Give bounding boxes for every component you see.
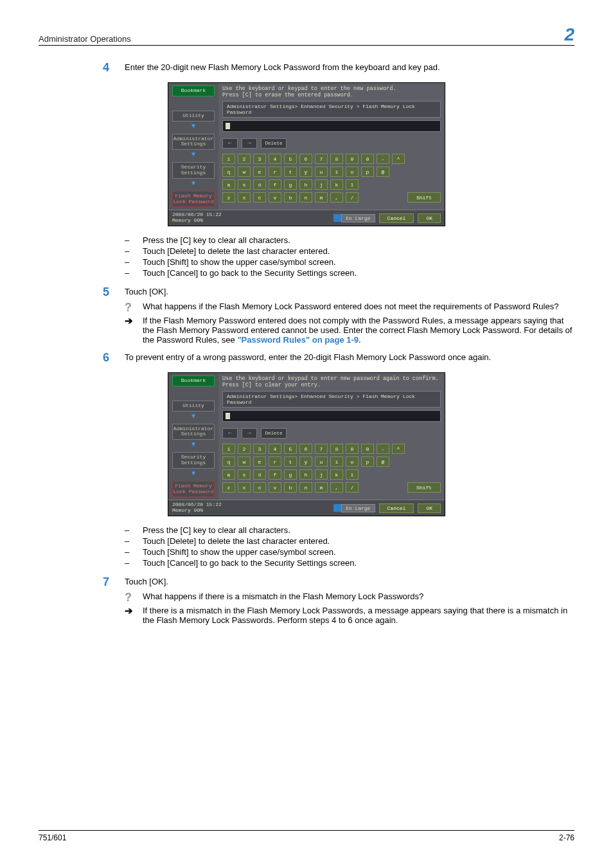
keyboard-key[interactable]: p — [361, 457, 374, 467]
keyboard-key[interactable]: f — [269, 179, 281, 190]
keyboard-key[interactable]: 7 — [315, 444, 328, 454]
keyboard-key[interactable]: k — [330, 469, 343, 480]
keyboard-key[interactable]: w — [238, 457, 251, 467]
keyboard-key[interactable]: m — [315, 482, 328, 493]
keyboard-key[interactable]: j — [315, 179, 328, 190]
keyboard-key[interactable]: d — [253, 469, 266, 480]
arrow-left-button[interactable]: ← — [222, 428, 238, 439]
keyboard-key[interactable]: , — [330, 192, 343, 203]
keyboard-key[interactable]: o — [346, 167, 359, 177]
keyboard-key[interactable]: t — [284, 457, 297, 467]
keyboard-key[interactable]: v — [269, 192, 281, 203]
keyboard-key[interactable]: 8 — [330, 444, 343, 454]
bookmark-button[interactable]: Bookmark — [172, 375, 215, 386]
ok-button[interactable]: OK — [418, 503, 441, 513]
keyboard-key[interactable]: r — [269, 457, 281, 467]
cancel-button[interactable]: Cancel — [379, 503, 414, 513]
keyboard-key[interactable]: 4 — [269, 154, 281, 164]
utility-button[interactable]: Utility — [172, 111, 215, 122]
keyboard-key[interactable]: g — [284, 179, 297, 190]
keyboard-key[interactable]: b — [284, 482, 297, 493]
keyboard-key[interactable]: v — [269, 482, 281, 493]
keyboard-key[interactable]: z — [222, 192, 235, 203]
keyboard-key[interactable]: t — [284, 167, 297, 177]
enlarge-button[interactable]: En Large — [341, 214, 375, 222]
password-rules-link[interactable]: "Password Rules" on page 1-9 — [237, 335, 359, 345]
keyboard-key[interactable]: f — [269, 469, 281, 480]
ok-button[interactable]: OK — [418, 213, 441, 223]
keyboard-key[interactable]: c — [253, 482, 266, 493]
utility-button[interactable]: Utility — [172, 401, 215, 411]
keyboard-key[interactable]: 9 — [346, 444, 359, 454]
keyboard-key[interactable]: 5 — [284, 444, 297, 454]
keyboard-key[interactable]: n — [299, 192, 312, 203]
keyboard-key[interactable]: d — [253, 179, 266, 190]
password-input[interactable] — [222, 410, 441, 422]
keyboard-key[interactable]: 2 — [238, 444, 251, 454]
keyboard-key[interactable]: i — [330, 457, 343, 467]
keyboard-key[interactable]: i — [330, 167, 343, 177]
keyboard-key[interactable]: 1 — [222, 444, 235, 454]
keyboard-key[interactable]: y — [299, 457, 312, 467]
keyboard-key[interactable]: m — [315, 192, 328, 203]
keyboard-key[interactable]: 5 — [284, 154, 297, 164]
keyboard-key[interactable]: ^ — [392, 444, 405, 454]
keyboard-key[interactable]: @ — [377, 167, 389, 177]
arrow-right-button[interactable]: → — [242, 138, 257, 149]
keyboard-key[interactable]: p — [361, 167, 374, 177]
delete-button[interactable]: Delete — [261, 428, 287, 439]
arrow-left-button[interactable]: ← — [222, 138, 238, 149]
keyboard-key[interactable]: r — [269, 167, 281, 177]
shift-button[interactable]: Shift — [407, 192, 441, 203]
keyboard-key[interactable]: g — [284, 469, 297, 480]
keyboard-key[interactable]: 6 — [299, 444, 312, 454]
keyboard-key[interactable]: o — [346, 457, 359, 467]
keyboard-key[interactable]: 7 — [315, 154, 328, 164]
keyboard-key[interactable]: q — [222, 457, 235, 467]
keyboard-key[interactable]: h — [299, 179, 312, 190]
keyboard-key[interactable]: c — [253, 192, 266, 203]
keyboard-key[interactable]: 0 — [361, 444, 374, 454]
keyboard-key[interactable]: x — [238, 482, 251, 493]
security-settings-button[interactable]: Security Settings — [172, 452, 215, 469]
admin-settings-button[interactable]: Administrator Settings — [172, 134, 215, 150]
keyboard-key[interactable]: - — [377, 444, 389, 454]
bookmark-button[interactable]: Bookmark — [172, 86, 215, 96]
flash-memory-button[interactable]: Flash Memory Lock Password — [172, 481, 215, 498]
keyboard-key[interactable]: b — [284, 192, 297, 203]
keyboard-key[interactable]: j — [315, 469, 328, 480]
keyboard-key[interactable]: 3 — [253, 154, 266, 164]
keyboard-key[interactable]: 2 — [238, 154, 251, 164]
keyboard-key[interactable]: 1 — [222, 154, 235, 164]
keyboard-key[interactable]: n — [299, 482, 312, 493]
keyboard-key[interactable]: k — [330, 179, 343, 190]
keyboard-key[interactable]: a — [222, 469, 235, 480]
keyboard-key[interactable]: x — [238, 192, 251, 203]
keyboard-key[interactable]: z — [222, 482, 235, 493]
keyboard-key[interactable]: y — [299, 167, 312, 177]
keyboard-key[interactable]: e — [253, 167, 266, 177]
keyboard-key[interactable]: / — [346, 192, 359, 203]
keyboard-key[interactable]: 8 — [330, 154, 343, 164]
enlarge-button[interactable]: En Large — [341, 504, 375, 512]
security-settings-button[interactable]: Security Settings — [172, 162, 215, 179]
keyboard-key[interactable]: q — [222, 167, 235, 177]
keyboard-key[interactable]: , — [330, 482, 343, 493]
delete-button[interactable]: Delete — [261, 138, 287, 149]
shift-button[interactable]: Shift — [407, 482, 441, 493]
keyboard-key[interactable]: ^ — [392, 154, 405, 164]
cancel-button[interactable]: Cancel — [379, 213, 414, 223]
keyboard-key[interactable]: 4 — [269, 444, 281, 454]
keyboard-key[interactable]: 0 — [361, 154, 374, 164]
admin-settings-button[interactable]: Administrator Settings — [172, 424, 215, 440]
keyboard-key[interactable]: l — [346, 179, 359, 190]
keyboard-key[interactable]: h — [299, 469, 312, 480]
keyboard-key[interactable]: 6 — [299, 154, 312, 164]
password-input[interactable] — [222, 120, 441, 132]
keyboard-key[interactable]: u — [315, 457, 328, 467]
arrow-right-button[interactable]: → — [242, 428, 257, 439]
keyboard-key[interactable]: s — [238, 179, 251, 190]
keyboard-key[interactable]: s — [238, 469, 251, 480]
keyboard-key[interactable]: e — [253, 457, 266, 467]
keyboard-key[interactable]: 9 — [346, 154, 359, 164]
